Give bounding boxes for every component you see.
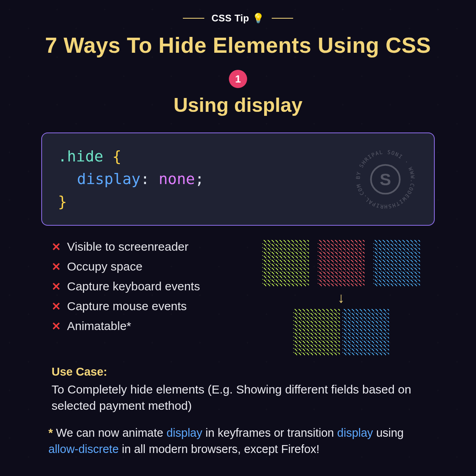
step-number-badge: 1 (229, 70, 247, 88)
code-selector: .hide (58, 148, 103, 165)
watermark-glyph: S (380, 169, 391, 188)
usecase-section: Use Case: To Completely hide elements (E… (52, 365, 424, 414)
code-brace-close: } (58, 193, 67, 210)
feature-item: ✕ Occupy space (52, 260, 242, 273)
feature-item: ✕ Visible to screenreader (52, 240, 242, 253)
code-brace-open: { (112, 148, 121, 165)
author-watermark: BY SHRIPAL SONI · WWW.CODEWITHSHRIPAL.CO… (353, 146, 418, 212)
lightbulb-icon: 💡 (252, 13, 265, 24)
feature-label: Occupy space (67, 260, 142, 273)
usecase-text: To Completely hide elements (E.g. Showin… (52, 382, 424, 414)
kicker-text: CSS Tip (211, 13, 249, 24)
demo-visualization: ↓ (258, 240, 424, 356)
arrow-down-icon: ↓ (338, 291, 345, 305)
feature-item: ✕ Capture keyboard events (52, 280, 242, 293)
footnote-text: using (373, 426, 403, 439)
feature-label: Visible to screenreader (67, 240, 188, 253)
demo-box-red (318, 240, 365, 287)
demo-box-blue (342, 309, 389, 356)
demo-row-after (293, 309, 389, 356)
feature-label: Capture mouse events (67, 299, 187, 313)
footnote-text: in all modern browsers, except Firefox! (119, 443, 319, 455)
feature-label: Animatable* (67, 319, 131, 333)
code-value: none (159, 170, 195, 188)
code-property: display (77, 170, 140, 188)
footnote-keyword: display (167, 426, 202, 439)
usecase-label: Use Case: (52, 365, 424, 378)
cross-icon: ✕ (52, 280, 61, 293)
kicker-label: CSS Tip 💡 (211, 13, 265, 24)
footnote-keyword: display (337, 426, 373, 439)
kicker-line-right (272, 18, 293, 19)
code-block: .hide { display: none; } BY SHRIPAL SONI… (41, 132, 435, 226)
kicker-line-left (183, 18, 204, 19)
demo-box-green (293, 309, 340, 356)
feature-list: ✕ Visible to screenreader ✕ Occupy space… (52, 240, 242, 356)
feature-label: Capture keyboard events (67, 280, 200, 293)
demo-box-blue (373, 240, 420, 287)
demo-row-before (262, 240, 420, 287)
footnote: * We can now animate display in keyframe… (48, 425, 428, 457)
footnote-text: in keyframes or transition (202, 426, 337, 439)
subtitle: Using display (24, 94, 452, 117)
demo-box-green (262, 240, 309, 287)
footnote-keyword: allow-discrete (48, 443, 119, 455)
page-title: 7 Ways To Hide Elements Using CSS (24, 33, 452, 58)
feature-item: ✕ Capture mouse events (52, 299, 242, 313)
cross-icon: ✕ (52, 300, 61, 313)
footnote-star: * (48, 426, 53, 439)
feature-item: ✕ Animatable* (52, 319, 242, 333)
cross-icon: ✕ (52, 240, 61, 253)
cross-icon: ✕ (52, 260, 61, 273)
cross-icon: ✕ (52, 320, 61, 333)
footnote-text: We can now animate (56, 426, 166, 439)
kicker-row: CSS Tip 💡 (24, 13, 452, 24)
